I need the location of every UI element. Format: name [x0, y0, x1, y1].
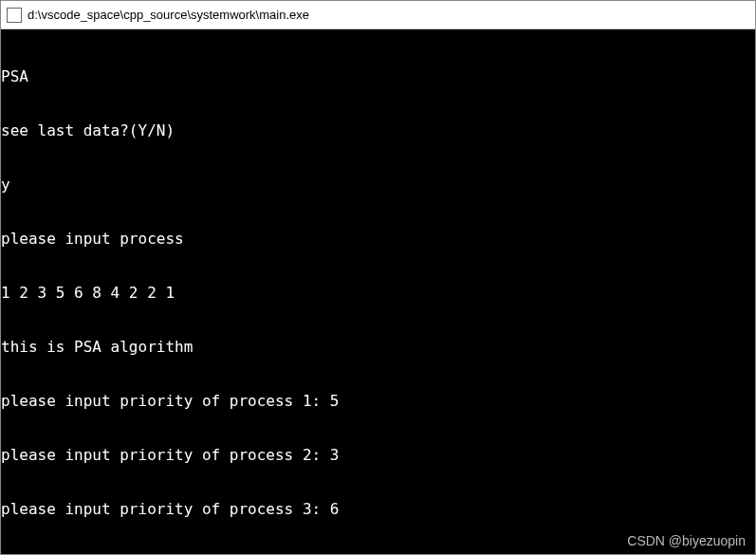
console-line: PSA — [1, 67, 755, 85]
console-line: please input priority of process 1: 5 — [1, 392, 755, 410]
console-line: please input priority of process 2: 3 — [1, 446, 755, 464]
watermark: CSDN @biyezuopin — [627, 532, 746, 550]
console-window: d:\vscode_space\cpp_source\systemwork\ma… — [0, 0, 756, 555]
console-line: this is PSA algorithm — [1, 338, 755, 356]
console-output[interactable]: PSA see last data?(Y/N) y please input p… — [1, 29, 755, 554]
console-line: please input process — [1, 230, 755, 248]
console-line: see last data?(Y/N) — [1, 121, 755, 139]
titlebar[interactable]: d:\vscode_space\cpp_source\systemwork\ma… — [1, 1, 755, 29]
window-title: d:\vscode_space\cpp_source\systemwork\ma… — [28, 8, 309, 22]
app-icon — [7, 8, 22, 23]
console-line: y — [1, 176, 755, 194]
console-line: please input priority of process 3: 6 — [1, 500, 755, 518]
console-line: 1 2 3 5 6 8 4 2 2 1 — [1, 284, 755, 302]
